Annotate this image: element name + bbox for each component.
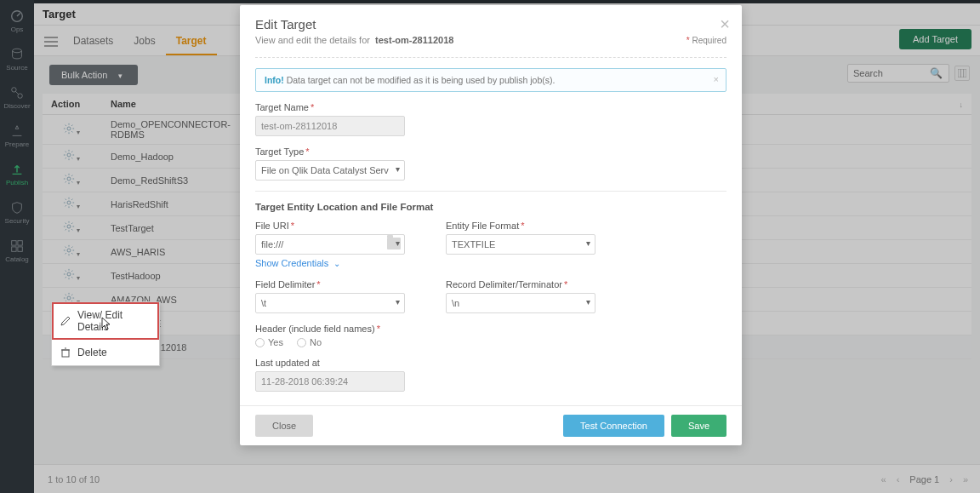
modal-title: Edit Target (255, 17, 726, 32)
close-button[interactable]: Close (255, 415, 313, 437)
field-delim-select[interactable]: \t (255, 293, 405, 313)
save-button[interactable]: Save (671, 415, 726, 437)
modal-subtitle: View and edit the details for test-om-28… (255, 35, 726, 45)
target-name-label: Target Name* (255, 102, 726, 112)
field-delim-label: Field Delimiter* (255, 279, 405, 289)
target-type-select[interactable]: File on Qlik Data Catalyst Server (255, 160, 405, 181)
file-uri-input[interactable] (255, 234, 405, 255)
file-uri-label: File URI* (255, 221, 405, 231)
alert-close-icon[interactable]: × (714, 74, 719, 84)
close-icon[interactable]: × (720, 15, 730, 32)
info-alert: Info! Data target can not be modified as… (255, 68, 726, 92)
record-delim-label: Record Delimiter/Terminator* (446, 279, 595, 289)
header-label: Header (include field names)* (255, 324, 726, 334)
row-context-menu: View/ Edit Details Delete (51, 301, 160, 366)
ctx-label: View/ Edit Details (77, 309, 151, 333)
entity-format-label: Entity File Format* (446, 221, 595, 231)
required-legend: Required (687, 36, 726, 45)
info-label: Info! (265, 75, 284, 85)
radio-icon (255, 338, 265, 347)
trash-icon (60, 347, 71, 358)
section-location-title: Target Entity Location and File Format (255, 202, 726, 212)
record-delim-select[interactable]: \n (446, 293, 595, 313)
edit-target-modal: Edit Target View and edit the details fo… (240, 5, 742, 445)
ctx-label: Delete (77, 347, 107, 358)
radio-no[interactable]: No (297, 337, 322, 347)
ctx-item-view-edit[interactable]: View/ Edit Details (52, 302, 159, 340)
pencil-icon (60, 316, 71, 326)
ctx-item-delete[interactable]: Delete (52, 340, 159, 365)
chevron-down-icon: ⌄ (333, 259, 340, 268)
last-updated-label: Last updated at (255, 358, 726, 368)
last-updated-input (255, 371, 405, 392)
entity-format-select[interactable]: TEXTFILE (446, 234, 595, 255)
target-name-input[interactable] (255, 116, 405, 136)
target-type-label: Target Type* (255, 146, 726, 157)
svg-rect-19 (62, 350, 69, 357)
info-text: Data target can not be modified as it is… (287, 75, 556, 85)
show-credentials-link[interactable]: Show Credentials⌄ (255, 258, 340, 268)
test-connection-button[interactable]: Test Connection (563, 415, 664, 437)
radio-icon (297, 338, 306, 347)
radio-yes[interactable]: Yes (255, 337, 283, 347)
